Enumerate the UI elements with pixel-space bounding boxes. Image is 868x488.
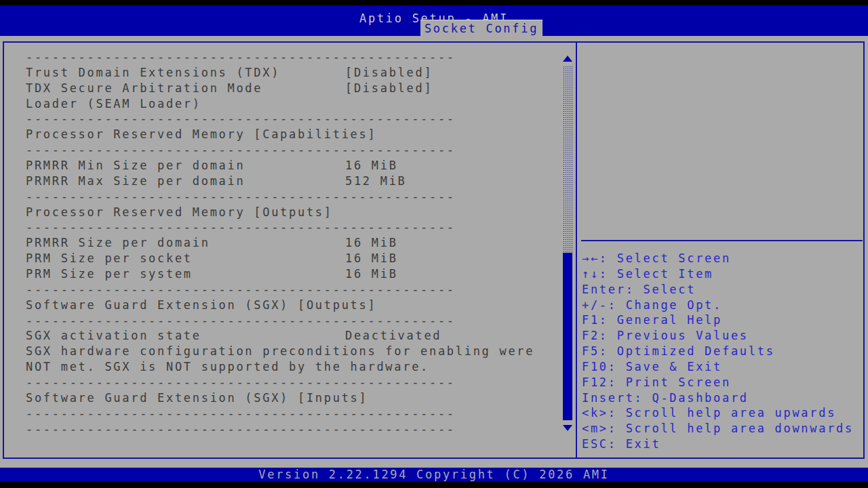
section-sgx-outputs: Software Guard Extension (SGX) [Outputs] [26, 298, 563, 313]
row-tdx-secure-arbitration-mode[interactable]: TDX Secure Arbitration Mode[Disabled] [26, 81, 563, 96]
row-prm-size-per-system: PRM Size per system16 MiB [26, 266, 563, 282]
setting-label: PRM Size per socket [26, 251, 193, 265]
note-text: NOT met. SGX is NOT supported by the har… [26, 360, 429, 373]
row-prmrr-min-size: PRMRR Min Size per domain16 MiB [26, 158, 563, 174]
setting-label: PRMRR Max Size per domain [26, 174, 245, 188]
separator-dashes: ----------------------------------------… [26, 143, 456, 157]
section-label: Software Guard Extension (SGX) [Outputs] [26, 298, 376, 312]
setting-value: 16 MiB [345, 266, 398, 282]
help-key-enter: Enter: Select [582, 282, 854, 298]
setting-label: PRMRR Size per domain [26, 236, 210, 249]
setting-label: Trust Domain Extensions (TDX) [26, 66, 280, 79]
separator-row: ----------------------------------------… [26, 142, 563, 158]
setting-value: [Disabled] [345, 81, 433, 96]
version-text: Version 2.22.1294 Copyright (C) 2026 AMI [0, 468, 868, 482]
separator-row: ----------------------------------------… [26, 111, 563, 127]
help-key-f1: F1: General Help [582, 312, 854, 328]
row-sgx-activation-state: SGX activation stateDeactivated [26, 328, 563, 344]
separator-dashes: ----------------------------------------… [26, 50, 456, 64]
scrollbar-track[interactable] [563, 66, 572, 253]
row-seam-loader-continuation: Loader (SEAM Loader) [26, 96, 563, 112]
separator-row: ----------------------------------------… [26, 282, 563, 298]
separator-row: ----------------------------------------… [26, 406, 563, 422]
settings-list: ----------------------------------------… [26, 49, 563, 436]
row-prmrr-size-per-domain: PRMRR Size per domain16 MiB [26, 235, 563, 251]
setting-value: 512 MiB [345, 174, 407, 189]
setting-label: TDX Secure Arbitration Mode [26, 81, 262, 95]
separator-row: ----------------------------------------… [26, 375, 563, 390]
help-key-esc: ESC: Exit [582, 436, 854, 452]
scrollbar-down-icon[interactable] [563, 425, 572, 431]
setting-value: Deactivated [345, 328, 441, 344]
help-key-f12: F12: Print Screen [582, 375, 854, 390]
setting-label: SGX activation state [26, 329, 201, 342]
row-prm-size-per-socket: PRM Size per socket16 MiB [26, 251, 563, 266]
sgx-note-line-2: NOT met. SGX is NOT supported by the har… [26, 359, 563, 375]
section-prm-outputs: Processor Reserved Memory [Outputs] [26, 205, 563, 220]
separator-row: ----------------------------------------… [26, 422, 563, 437]
separator-dashes: ----------------------------------------… [26, 407, 456, 420]
separator-row: ----------------------------------------… [26, 189, 563, 205]
separator-dashes: ----------------------------------------… [26, 314, 456, 327]
help-key-select-item: ↑↓: Select Item [582, 266, 854, 282]
help-key-scroll-up: <k>: Scroll help area upwards [582, 405, 854, 421]
separator-row: ----------------------------------------… [26, 313, 563, 329]
help-key-change-opt: +/-: Change Opt. [582, 298, 854, 313]
separator-row: ----------------------------------------… [26, 220, 563, 235]
scrollbar-up-icon[interactable] [563, 56, 572, 62]
scrollbar[interactable] [562, 54, 573, 438]
separator-dashes: ----------------------------------------… [26, 375, 456, 389]
separator-dashes: ----------------------------------------… [26, 190, 456, 203]
help-key-select-screen: →←: Select Screen [582, 251, 854, 266]
separator-dashes: ----------------------------------------… [26, 283, 456, 296]
note-text: SGX hardware configuration preconditions… [26, 344, 534, 358]
setting-label: PRM Size per system [26, 267, 193, 281]
key-help-list: →←: Select Screen ↑↓: Select Item Enter:… [582, 251, 854, 452]
help-key-f5: F5: Optimized Defaults [582, 344, 854, 359]
help-area-separator [581, 240, 863, 241]
section-label: Processor Reserved Memory [Capabilities] [26, 127, 376, 141]
separator-dashes: ----------------------------------------… [26, 422, 456, 436]
bios-setup-screen: Aptio Setup - AMI Socket Config --------… [0, 0, 868, 488]
section-sgx-inputs: Software Guard Extension (SGX) [Inputs] [26, 390, 563, 406]
section-prm-capabilities: Processor Reserved Memory [Capabilities] [26, 127, 563, 142]
separator-dashes: ----------------------------------------… [26, 112, 456, 125]
help-key-f10: F10: Save & Exit [582, 359, 854, 375]
help-key-insert: Insert: Q-Dashboard [582, 390, 854, 406]
sgx-note-line-1: SGX hardware configuration preconditions… [26, 344, 563, 359]
panel-divider [576, 41, 577, 459]
scrollbar-thumb[interactable] [563, 253, 572, 420]
separator-dashes: ----------------------------------------… [26, 220, 456, 234]
help-key-scroll-down: <m>: Scroll help area downwards [582, 421, 854, 436]
footer-bar: Version 2.22.1294 Copyright (C) 2026 AMI [0, 468, 868, 482]
row-prmrr-max-size: PRMRR Max Size per domain512 MiB [26, 174, 563, 189]
setting-value: [Disabled] [345, 65, 433, 81]
setting-value: 16 MiB [345, 235, 398, 251]
help-key-f2: F2: Previous Values [582, 328, 854, 344]
setting-value: 16 MiB [345, 251, 398, 266]
section-label: Software Guard Extension (SGX) [Inputs] [26, 391, 368, 405]
tab-socket-config[interactable]: Socket Config [420, 20, 542, 37]
setting-label: Loader (SEAM Loader) [26, 97, 201, 110]
separator-row: ----------------------------------------… [26, 49, 563, 65]
row-trust-domain-extensions[interactable]: Trust Domain Extensions (TDX)[Disabled] [26, 65, 563, 81]
setting-value: 16 MiB [345, 158, 398, 174]
section-label: Processor Reserved Memory [Outputs] [26, 205, 333, 219]
setting-label: PRMRR Min Size per domain [26, 159, 245, 172]
